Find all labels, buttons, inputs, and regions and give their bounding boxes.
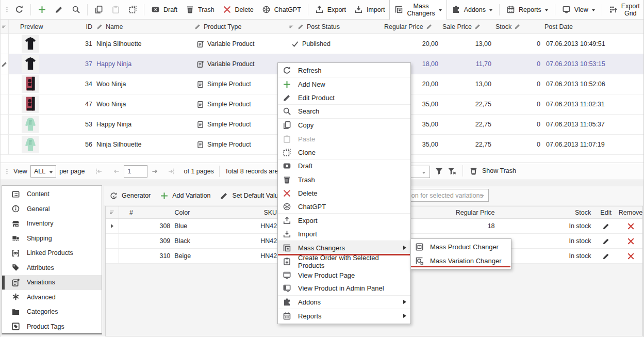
col-header-sale-price[interactable]: Sale Price [440, 20, 493, 34]
sidebar-tab[interactable]: Linked Products [2, 246, 102, 261]
edit-pencil-icon[interactable] [602, 252, 610, 260]
copy-button[interactable] [91, 3, 107, 17]
col-header-number[interactable]: # [119, 206, 172, 218]
col-header-regular-price[interactable]: Regular Price [382, 20, 440, 34]
search-button[interactable] [68, 3, 84, 17]
last-page-icon[interactable] [167, 167, 175, 175]
pagebar-grip-icon[interactable] [4, 168, 10, 175]
context-menu-item[interactable]: Create Order with Selected Products [278, 254, 410, 268]
view-button[interactable]: View [558, 3, 599, 17]
chevron-down-icon [481, 195, 484, 197]
col-header-stock[interactable]: Stock [493, 20, 542, 34]
trash-button[interactable]: Trash [182, 3, 218, 17]
context-menu-item[interactable]: Copy [278, 119, 410, 132]
sidebar-tab[interactable]: Shipping [2, 231, 102, 246]
edit-product-button[interactable] [51, 3, 67, 17]
export-icon [315, 5, 324, 14]
context-menu-item[interactable]: Paste [278, 132, 410, 146]
grid-grip-icon[interactable] [109, 209, 115, 216]
col-header-remove[interactable]: Remove [619, 206, 642, 218]
clear-filter-icon[interactable] [448, 167, 456, 175]
delete-x-icon [223, 5, 232, 14]
col-header-post-date[interactable]: Post Date [542, 20, 643, 34]
show-trash-label[interactable]: Show Trash [482, 167, 516, 174]
col-header-id[interactable]: ID [56, 20, 94, 34]
remove-x-icon[interactable] [627, 237, 635, 245]
product-thumbnail [22, 95, 39, 113]
context-menu-item[interactable]: Refresh [278, 64, 410, 77]
sidebar-tab[interactable]: Inventory [2, 216, 102, 231]
prev-page-icon[interactable] [112, 167, 121, 175]
context-menu-item[interactable]: Draft [278, 159, 410, 173]
refresh-button[interactable] [11, 3, 27, 17]
context-menu-item[interactable]: Trash [278, 173, 410, 186]
editable-pencil-icon [298, 23, 304, 30]
toolbar-separator [602, 4, 602, 15]
first-page-icon[interactable] [95, 167, 103, 175]
col-header-stock[interactable]: Stock [497, 206, 593, 218]
context-menu-item[interactable]: ChatGPT [278, 200, 410, 214]
remove-x-icon[interactable] [627, 252, 635, 260]
add-variation-button[interactable]: Add Variation [156, 189, 214, 203]
col-header-preview[interactable]: Preview [18, 20, 56, 34]
context-menu-item[interactable]: Clone [278, 146, 410, 159]
sidebar-tab[interactable]: Advanced [2, 290, 102, 305]
reports-button[interactable]: Reports [503, 3, 552, 17]
sidebar-tab[interactable]: Attributes [2, 261, 102, 276]
sidebar-tab[interactable]: General [2, 202, 102, 217]
remove-x-icon[interactable] [627, 222, 635, 230]
mass-changers-button[interactable]: Mass Changers [389, 0, 447, 20]
context-menu-item[interactable]: Add New [278, 77, 410, 91]
expand-arrow-icon[interactable] [111, 224, 113, 228]
col-header-post-status[interactable]: Post Status [286, 20, 382, 34]
chatgpt-button[interactable]: ChatGPT [258, 3, 305, 17]
generator-button[interactable]: Generator [106, 189, 154, 203]
col-header-name[interactable]: Name [94, 20, 192, 34]
view-eye-icon [562, 5, 571, 14]
context-menu-item[interactable]: Reports [278, 309, 410, 323]
add-new-button[interactable] [34, 3, 50, 17]
variation-sku: HN42 [243, 234, 279, 248]
sidebar-tab[interactable]: Content [2, 187, 102, 202]
col-header-color[interactable]: Color [172, 206, 243, 218]
context-menu-item[interactable]: View Product Page [278, 268, 410, 282]
grid-grip-icon[interactable] [1, 23, 8, 30]
sidebar-tab[interactable]: Categories [2, 304, 102, 319]
draft-button[interactable]: Draft [147, 3, 181, 17]
export-button[interactable]: Export [311, 3, 350, 17]
product-name: Woo Ninja [94, 74, 192, 94]
context-menu-item[interactable]: View Product in Admin Panel [278, 282, 410, 295]
addons-button[interactable]: Addons [448, 3, 496, 17]
menu-item-icon [283, 121, 291, 130]
col-header-sku[interactable]: SKU [243, 206, 279, 218]
next-page-icon[interactable] [151, 167, 159, 175]
col-header-product-type[interactable]: Product Type [192, 20, 286, 34]
context-menu-item[interactable]: Edit Product [278, 91, 410, 105]
submenu-item[interactable]: Mass Product Changer [411, 240, 511, 254]
context-menu-item[interactable]: Delete [278, 187, 410, 200]
edit-pencil-icon[interactable] [602, 237, 610, 245]
show-trash-icon[interactable] [469, 167, 478, 175]
context-menu-item[interactable]: Search [278, 105, 410, 118]
filter-icon[interactable] [435, 167, 443, 175]
col-header-edit[interactable]: Edit [593, 206, 619, 218]
context-menu-item[interactable]: Export [278, 214, 410, 227]
export-grid-button[interactable]: Export Grid [605, 0, 644, 20]
paste-button[interactable] [108, 3, 124, 17]
page-size-select[interactable]: ALL [30, 165, 56, 178]
page-number-input[interactable] [124, 165, 147, 178]
context-menu-item[interactable]: Addons [278, 296, 410, 309]
product-row[interactable]: 31 Ninja Silhouette Variable Product Pub… [1, 34, 643, 54]
menu-item-icon [283, 66, 291, 75]
post-status-check-icon [291, 40, 299, 48]
delete-button[interactable]: Delete [219, 3, 257, 17]
toolbar-grip-icon[interactable] [4, 6, 10, 13]
annotation-underline [278, 254, 410, 255]
context-menu-item[interactable]: Import [278, 228, 410, 241]
context-menu-item[interactable]: Mass Changers [278, 241, 410, 254]
clone-button[interactable] [125, 3, 141, 17]
edit-pencil-icon[interactable] [602, 222, 610, 230]
sidebar-tab[interactable]: Product Tags [2, 319, 102, 334]
sidebar-tab[interactable]: Variations [2, 275, 102, 290]
import-button[interactable]: Import [351, 3, 388, 17]
